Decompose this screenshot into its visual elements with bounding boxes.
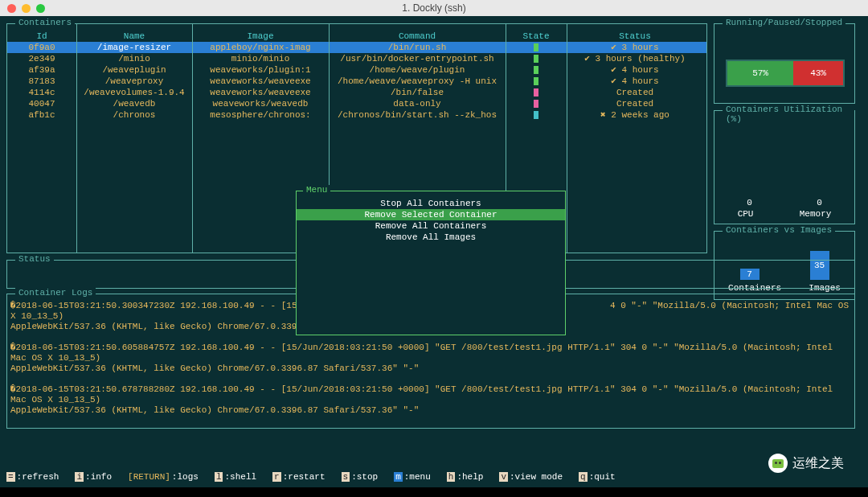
log-line — [10, 416, 851, 425]
bottom-bar — [0, 487, 868, 497]
header-image: Image — [192, 31, 329, 42]
running-segment: 57% — [727, 61, 793, 85]
log-line: �2018-06-15T03:21:50.605884757Z 192.168.… — [10, 343, 851, 364]
watermark-text: 运维之美 — [792, 455, 844, 472]
header-command: Command — [329, 31, 506, 42]
memory-value: 0 — [817, 198, 822, 207]
log-line: AppleWebKit/537.36 (KHTML, like Gecko) C… — [10, 405, 851, 416]
shortcut-key[interactable]: m:menu — [394, 472, 431, 482]
shortcut-key[interactable]: l:shell — [215, 472, 256, 482]
logs-title: Container Logs — [15, 288, 96, 298]
table-row[interactable]: af39a/weavepluginweaveworks/plugin:1/hom… — [7, 64, 706, 76]
window-title: 1. Dockly (ssh) — [0, 2, 868, 14]
header-status: Status — [567, 31, 703, 42]
watermark: 运维之美 — [768, 454, 844, 473]
log-line: �2018-06-15T03:21:50.678788280Z 192.168.… — [10, 384, 851, 405]
header-state: State — [506, 31, 567, 42]
header-id: Id — [7, 31, 76, 42]
shortcut-key[interactable]: i:info — [75, 472, 112, 482]
table-header: Id Name Image Command State Status — [7, 31, 706, 42]
menu-item[interactable]: Remove Selected Container — [297, 209, 565, 220]
rps-bar: 57% 43% — [726, 60, 845, 87]
table-row[interactable]: 40047/weavedbweaveworks/weavedbdata-only… — [7, 98, 706, 109]
shortcut-bar: =:refreshi:info[RETURN]:logsl:shellr:res… — [6, 471, 862, 483]
table-row[interactable]: 0f9a0/image-resizerappleboy/nginx-imag/b… — [7, 42, 706, 53]
menu-item[interactable]: Remove All Containers — [297, 220, 565, 232]
shortcut-key[interactable]: q:quit — [579, 472, 616, 482]
utilization-panel: Containers Utilization (%) 0 0 CPU Memor… — [714, 110, 855, 224]
shortcut-key[interactable]: =:refresh — [6, 472, 59, 482]
status-title: Status — [15, 254, 54, 264]
menu-title: Menu — [303, 185, 330, 195]
titlebar: 1. Dockly (ssh) — [0, 0, 868, 16]
shortcut-key[interactable]: v:view mode — [499, 472, 563, 482]
shortcut-key[interactable]: s:stop — [342, 472, 379, 482]
menu-item[interactable]: Stop All Containers — [297, 198, 565, 209]
rps-panel: Running/Paused/Stopped 57% 43% — [714, 23, 855, 104]
memory-label: Memory — [800, 209, 832, 219]
shortcut-key[interactable]: h:help — [447, 472, 484, 482]
log-line — [10, 374, 851, 384]
table-row[interactable]: afb1c/chronosmesosphere/chronos:/chronos… — [7, 109, 706, 121]
shortcut-key[interactable]: [RETURN]:logs — [128, 472, 199, 482]
table-row[interactable]: 87183/weaveproxyweaveworks/weaveexe/home… — [7, 76, 706, 87]
header-name: Name — [76, 31, 192, 42]
cvi-title: Containers vs Images — [723, 225, 835, 235]
cpu-value: 0 — [747, 198, 752, 207]
containers-title: Containers — [15, 18, 75, 27]
utilization-title: Containers Utilization (%) — [723, 105, 854, 124]
shortcut-key[interactable]: r:restart — [272, 472, 325, 482]
rps-title: Running/Paused/Stopped — [723, 18, 845, 27]
wechat-icon — [768, 454, 788, 473]
menu-popup[interactable]: Menu Stop All ContainersRemove Selected … — [296, 191, 566, 335]
stopped-segment: 43% — [793, 61, 843, 85]
menu-item[interactable]: Remove All Images — [297, 232, 565, 243]
table-row[interactable]: 2e349/miniominio/minio/usr/bin/docker-en… — [7, 53, 706, 64]
log-line: AppleWebKit/537.36 (KHTML, like Gecko) C… — [10, 364, 851, 374]
table-row[interactable]: 4114c/weavevolumes-1.9.4weaveworks/weave… — [7, 87, 706, 98]
cpu-label: CPU — [738, 209, 754, 219]
